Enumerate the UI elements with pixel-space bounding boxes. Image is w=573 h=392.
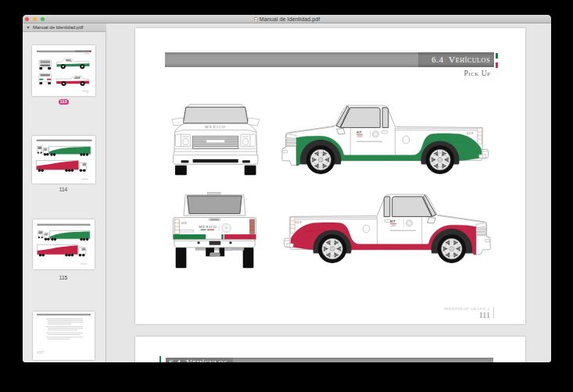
svg-text:MÉXICO: MÉXICO bbox=[199, 226, 217, 230]
svg-text:023: 023 bbox=[295, 220, 303, 224]
svg-text:MEXICO: MEXICO bbox=[205, 124, 226, 128]
svg-text:023: 023 bbox=[181, 222, 187, 225]
svg-text:023: 023 bbox=[467, 131, 474, 135]
